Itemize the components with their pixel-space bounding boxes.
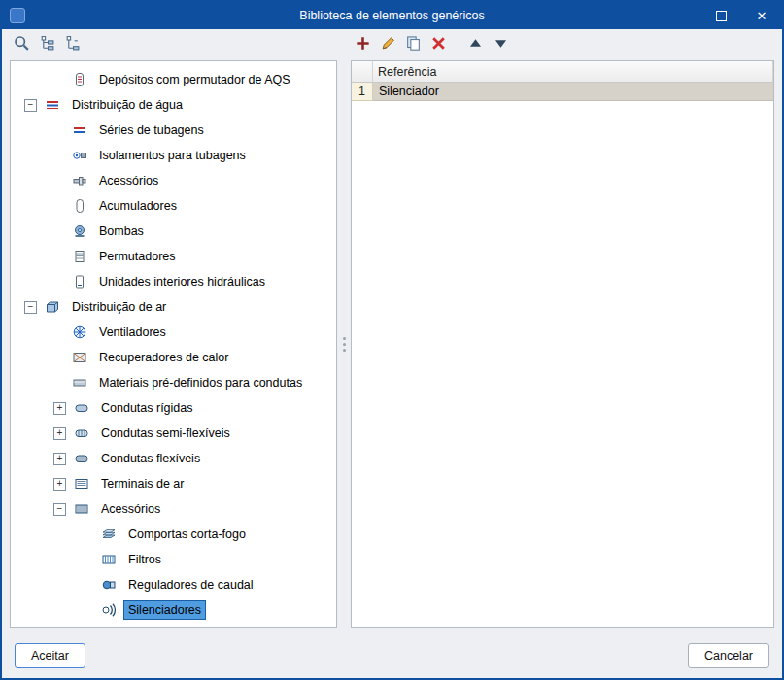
expand-tree-icon: [39, 35, 55, 55]
tree-item-18[interactable]: Comportas corta-fogo: [11, 522, 336, 547]
tree-item-label: Condutas semi-flexíveis: [96, 424, 235, 443]
dialog-window: Biblioteca de elementos genéricos ✕ Depó…: [0, 0, 784, 680]
tree-item-19[interactable]: Filtros: [11, 547, 336, 572]
tree-item-11[interactable]: Recuperadores de calor: [11, 345, 336, 370]
rigid-duct-icon: [73, 400, 89, 416]
tree-item-3[interactable]: Isolamentos para tubagens: [11, 143, 336, 168]
add-icon: [355, 35, 371, 55]
app-icon: [10, 8, 25, 23]
collapse-tree-button[interactable]: [60, 33, 84, 56]
tree-item-21[interactable]: Silenciadores: [11, 597, 336, 623]
collapse-expander-icon[interactable]: −: [53, 503, 66, 516]
tree-item-4[interactable]: Acessórios: [11, 168, 336, 193]
cancel-button[interactable]: Cancelar: [688, 643, 769, 668]
right-toolbar: [351, 33, 774, 56]
exchanger-icon: [71, 249, 87, 264]
maximize-button[interactable]: [700, 2, 741, 29]
tree-item-16[interactable]: +Terminais de ar: [11, 471, 336, 496]
tree-item-label: Terminais de ar: [96, 474, 188, 493]
pump-icon: [71, 223, 87, 239]
move-up-button[interactable]: [463, 33, 487, 56]
expander-spacer: [83, 605, 93, 616]
title-bar[interactable]: Biblioteca de elementos genéricos ✕: [2, 2, 782, 29]
tree-item-label: Bombas: [94, 221, 149, 241]
collapse-expander-icon[interactable]: −: [24, 99, 37, 112]
air-accessories-icon: [73, 501, 89, 517]
expand-expander-icon[interactable]: +: [53, 453, 66, 465]
semiflex-duct-icon: [73, 425, 89, 441]
tree-item-label: Isolamentos para tubagens: [94, 146, 251, 165]
tree-item-13[interactable]: +Condutas rígidas: [11, 395, 336, 421]
toolbar: [2, 29, 782, 60]
tree-item-label: Acessórios: [96, 499, 165, 519]
add-button[interactable]: [351, 33, 374, 56]
tree-item-label: Silenciadores: [123, 600, 206, 620]
filter-icon: [100, 552, 117, 567]
air-terminal-icon: [73, 476, 89, 492]
collapse-tree-icon: [64, 35, 81, 55]
expander-spacer: [83, 555, 93, 565]
edit-button[interactable]: [376, 33, 399, 56]
delete-button[interactable]: [426, 33, 450, 56]
collapse-expander-icon[interactable]: −: [24, 301, 37, 314]
expander-spacer: [53, 353, 64, 363]
pipe-series-icon: [71, 122, 87, 138]
copy-button[interactable]: [401, 33, 425, 56]
tree-item-1[interactable]: −Distribuição de água: [11, 92, 336, 118]
tree-item-17[interactable]: −Acessórios: [11, 496, 336, 522]
water-distribution-icon: [44, 97, 60, 113]
fan-icon: [71, 324, 87, 340]
tree-item-label: Distribuição de água: [67, 95, 187, 115]
tree-item-6[interactable]: Bombas: [11, 219, 336, 244]
expander-spacer: [53, 277, 64, 288]
tree-item-label: Comportas corta-fogo: [123, 525, 251, 544]
tree-item-label: Depósitos com permutador de AQS: [94, 70, 295, 89]
move-up-icon: [467, 35, 484, 55]
tree-item-0[interactable]: Depósitos com permutador de AQS: [11, 67, 336, 92]
tree-item-label: Materiais pré-definidos para condutas: [94, 373, 307, 392]
tree-item-label: Reguladores de caudal: [123, 575, 258, 595]
tree-item-label: Condutas flexíveis: [96, 449, 205, 468]
expand-expander-icon[interactable]: +: [53, 427, 66, 440]
tree-item-8[interactable]: Unidades interiores hidráulicas: [11, 269, 336, 294]
table-header: Referência: [352, 61, 773, 83]
reference-column-header: Referência: [373, 61, 773, 82]
silencer-icon: [100, 602, 117, 618]
main-area: Depósitos com permutador de AQS−Distribu…: [2, 60, 782, 633]
search-button[interactable]: [10, 33, 33, 56]
search-icon: [14, 35, 30, 55]
expand-expander-icon[interactable]: +: [53, 402, 66, 415]
tree-item-label: Ventiladores: [94, 323, 171, 342]
tree-item-12[interactable]: Materiais pré-definidos para condutas: [11, 370, 336, 395]
move-down-button[interactable]: [489, 33, 512, 56]
table-row-0[interactable]: 1Silenciador: [352, 83, 773, 101]
row-reference: Silenciador: [373, 83, 773, 101]
expander-spacer: [53, 252, 64, 262]
expand-tree-button[interactable]: [35, 33, 58, 56]
duct-material-icon: [71, 375, 87, 391]
flex-duct-icon: [73, 451, 89, 466]
tree-item-7[interactable]: Permutadores: [11, 244, 336, 269]
tree-item-label: Permutadores: [94, 247, 181, 266]
tree-item-label: Condutas rígidas: [96, 398, 198, 418]
accept-button[interactable]: Aceitar: [15, 643, 85, 668]
expander-spacer: [53, 75, 64, 85]
tree-item-9[interactable]: −Distribuição de ar: [11, 294, 336, 320]
move-down-icon: [493, 35, 509, 55]
tree-item-10[interactable]: Ventiladores: [11, 320, 336, 345]
tree-panel: Depósitos com permutador de AQS−Distribu…: [10, 60, 337, 628]
water-accessories-icon: [71, 173, 87, 188]
pipe-insulation-icon: [71, 148, 87, 163]
air-distribution-icon: [44, 299, 60, 315]
expander-spacer: [53, 125, 64, 136]
tree-item-14[interactable]: +Condutas semi-flexíveis: [11, 421, 336, 446]
panel-splitter[interactable]: [337, 60, 351, 628]
edit-icon: [380, 35, 396, 55]
close-button[interactable]: ✕: [741, 2, 782, 29]
tree-item-5[interactable]: Acumuladores: [11, 193, 336, 219]
tree-item-20[interactable]: Reguladores de caudal: [11, 572, 336, 597]
tree-item-15[interactable]: +Condutas flexíveis: [11, 446, 336, 471]
tree-item-label: Filtros: [123, 550, 166, 569]
expand-expander-icon[interactable]: +: [53, 478, 66, 491]
tree-item-2[interactable]: Séries de tubagens: [11, 118, 336, 143]
